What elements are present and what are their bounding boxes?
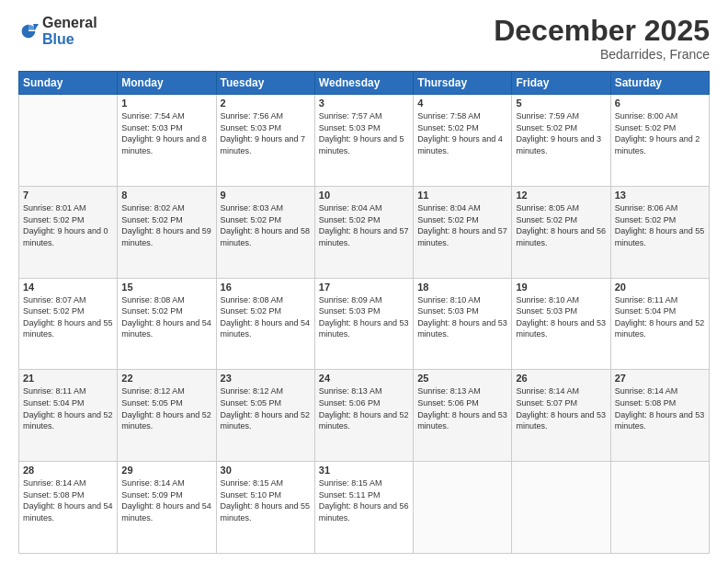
cell-info: Sunrise: 8:05 AM Sunset: 5:02 PM Dayligh… (516, 202, 606, 248)
sunrise-text: Sunrise: 8:12 AM (121, 386, 185, 396)
sunrise-text: Sunrise: 8:04 AM (417, 203, 481, 213)
cell-info: Sunrise: 8:07 AM Sunset: 5:02 PM Dayligh… (23, 294, 113, 340)
table-row: 2 Sunrise: 7:56 AM Sunset: 5:03 PM Dayli… (216, 95, 314, 187)
sunset-text: Sunset: 5:08 PM (615, 398, 677, 408)
day-number: 28 (23, 465, 113, 476)
cell-info: Sunrise: 8:14 AM Sunset: 5:08 PM Dayligh… (615, 385, 705, 431)
daylight-text: Daylight: 8 hours and 52 minutes. (319, 410, 409, 431)
table-row: 14 Sunrise: 8:07 AM Sunset: 5:02 PM Dayl… (19, 278, 118, 370)
calendar-week-row: 1 Sunrise: 7:54 AM Sunset: 5:03 PM Dayli… (19, 95, 710, 187)
day-number: 14 (23, 282, 113, 293)
logo-icon (18, 21, 39, 41)
daylight-text: Daylight: 8 hours and 54 minutes. (221, 318, 311, 339)
cell-info: Sunrise: 7:59 AM Sunset: 5:02 PM Dayligh… (516, 110, 606, 156)
table-row: 30 Sunrise: 8:15 AM Sunset: 5:10 PM Dayl… (216, 462, 314, 554)
day-number: 10 (319, 190, 409, 201)
day-number: 20 (615, 282, 705, 293)
sunrise-text: Sunrise: 8:08 AM (221, 295, 284, 304)
day-number: 23 (221, 373, 311, 384)
sunrise-text: Sunrise: 7:59 AM (516, 111, 579, 121)
sunset-text: Sunset: 5:03 PM (516, 306, 577, 316)
day-number: 25 (417, 373, 507, 384)
sunrise-text: Sunrise: 8:14 AM (615, 386, 678, 396)
table-row: 20 Sunrise: 8:11 AM Sunset: 5:04 PM Dayl… (610, 278, 709, 370)
sunrise-text: Sunrise: 8:10 AM (516, 295, 579, 304)
daylight-text: Daylight: 8 hours and 57 minutes. (417, 226, 507, 247)
daylight-text: Daylight: 9 hours and 3 minutes. (516, 134, 601, 155)
calendar-week-row: 7 Sunrise: 8:01 AM Sunset: 5:02 PM Dayli… (19, 186, 710, 278)
day-number: 9 (221, 190, 311, 201)
table-row: 24 Sunrise: 8:13 AM Sunset: 5:06 PM Dayl… (314, 370, 413, 462)
daylight-text: Daylight: 9 hours and 4 minutes. (417, 134, 503, 155)
day-number: 8 (121, 190, 211, 201)
calendar-week-row: 14 Sunrise: 8:07 AM Sunset: 5:02 PM Dayl… (19, 278, 710, 370)
sunrise-text: Sunrise: 8:14 AM (121, 478, 185, 488)
sunrise-text: Sunrise: 8:14 AM (23, 478, 86, 488)
daylight-text: Daylight: 8 hours and 56 minutes. (516, 226, 606, 247)
logo-text: General Blue (42, 15, 97, 47)
sunrise-text: Sunrise: 8:13 AM (319, 386, 382, 396)
day-number: 13 (615, 190, 705, 201)
sunrise-text: Sunrise: 8:08 AM (121, 295, 185, 304)
table-row: 15 Sunrise: 8:08 AM Sunset: 5:02 PM Dayl… (118, 278, 216, 370)
day-number: 16 (221, 282, 311, 293)
sunset-text: Sunset: 5:02 PM (121, 215, 183, 224)
sunset-text: Sunset: 5:02 PM (221, 215, 282, 224)
sunset-text: Sunset: 5:06 PM (319, 398, 381, 408)
cell-info: Sunrise: 8:08 AM Sunset: 5:02 PM Dayligh… (221, 294, 311, 340)
sunset-text: Sunset: 5:07 PM (516, 398, 577, 408)
cell-info: Sunrise: 8:14 AM Sunset: 5:08 PM Dayligh… (23, 477, 113, 523)
sunrise-text: Sunrise: 8:04 AM (319, 203, 382, 213)
table-row (414, 462, 512, 554)
day-number: 6 (615, 98, 705, 109)
sunset-text: Sunset: 5:06 PM (417, 398, 479, 408)
daylight-text: Daylight: 8 hours and 57 minutes. (319, 226, 409, 247)
day-number: 12 (516, 190, 606, 201)
col-saturday: Saturday (610, 72, 709, 95)
daylight-text: Daylight: 8 hours and 53 minutes. (417, 410, 507, 431)
daylight-text: Daylight: 8 hours and 54 minutes. (121, 318, 211, 339)
cell-info: Sunrise: 8:11 AM Sunset: 5:04 PM Dayligh… (615, 294, 705, 340)
cell-info: Sunrise: 8:09 AM Sunset: 5:03 PM Dayligh… (319, 294, 409, 340)
sunset-text: Sunset: 5:03 PM (319, 306, 381, 316)
cell-info: Sunrise: 8:14 AM Sunset: 5:07 PM Dayligh… (516, 385, 606, 431)
table-row: 8 Sunrise: 8:02 AM Sunset: 5:02 PM Dayli… (118, 186, 216, 278)
table-row: 27 Sunrise: 8:14 AM Sunset: 5:08 PM Dayl… (610, 370, 709, 462)
sunset-text: Sunset: 5:11 PM (319, 490, 381, 500)
logo: General Blue (18, 15, 97, 47)
daylight-text: Daylight: 8 hours and 59 minutes. (121, 226, 211, 247)
cell-info: Sunrise: 8:04 AM Sunset: 5:02 PM Dayligh… (417, 202, 507, 248)
daylight-text: Daylight: 8 hours and 56 minutes. (319, 501, 409, 523)
sunrise-text: Sunrise: 8:11 AM (615, 295, 678, 304)
cell-info: Sunrise: 8:02 AM Sunset: 5:02 PM Dayligh… (121, 202, 211, 248)
table-row: 4 Sunrise: 7:58 AM Sunset: 5:02 PM Dayli… (414, 95, 512, 187)
daylight-text: Daylight: 8 hours and 53 minutes. (516, 410, 606, 431)
sunrise-text: Sunrise: 7:54 AM (121, 111, 185, 121)
sunset-text: Sunset: 5:09 PM (121, 490, 183, 500)
calendar-table: Sunday Monday Tuesday Wednesday Thursday… (18, 71, 710, 554)
day-number: 21 (23, 373, 113, 384)
sunset-text: Sunset: 5:03 PM (121, 123, 183, 132)
table-row: 11 Sunrise: 8:04 AM Sunset: 5:02 PM Dayl… (414, 186, 512, 278)
cell-info: Sunrise: 8:08 AM Sunset: 5:02 PM Dayligh… (121, 294, 211, 340)
col-friday: Friday (512, 72, 610, 95)
cell-info: Sunrise: 8:15 AM Sunset: 5:11 PM Dayligh… (319, 477, 409, 523)
cell-info: Sunrise: 7:58 AM Sunset: 5:02 PM Dayligh… (417, 110, 507, 156)
table-row: 7 Sunrise: 8:01 AM Sunset: 5:02 PM Dayli… (19, 186, 118, 278)
daylight-text: Daylight: 9 hours and 0 minutes. (23, 226, 108, 247)
col-thursday: Thursday (414, 72, 512, 95)
day-number: 29 (121, 465, 211, 476)
cell-info: Sunrise: 8:12 AM Sunset: 5:05 PM Dayligh… (121, 385, 211, 431)
sunrise-text: Sunrise: 8:15 AM (221, 478, 284, 488)
table-row: 12 Sunrise: 8:05 AM Sunset: 5:02 PM Dayl… (512, 186, 610, 278)
sunrise-text: Sunrise: 8:09 AM (319, 295, 382, 304)
cell-info: Sunrise: 8:11 AM Sunset: 5:04 PM Dayligh… (23, 385, 113, 431)
table-row: 19 Sunrise: 8:10 AM Sunset: 5:03 PM Dayl… (512, 278, 610, 370)
sunrise-text: Sunrise: 8:05 AM (516, 203, 579, 213)
col-sunday: Sunday (19, 72, 118, 95)
table-row: 9 Sunrise: 8:03 AM Sunset: 5:02 PM Dayli… (216, 186, 314, 278)
day-number: 22 (121, 373, 211, 384)
sunrise-text: Sunrise: 8:14 AM (516, 386, 579, 396)
sunrise-text: Sunrise: 8:00 AM (615, 111, 678, 121)
daylight-text: Daylight: 9 hours and 2 minutes. (615, 134, 700, 155)
